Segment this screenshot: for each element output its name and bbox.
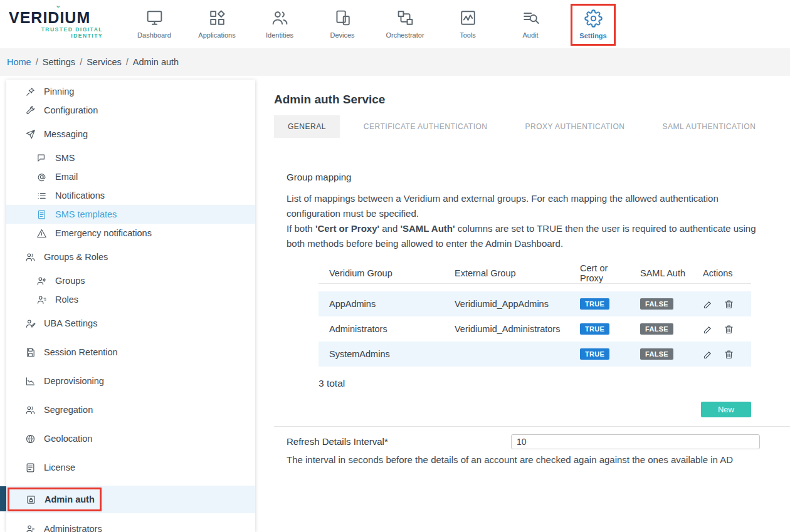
column-header-label: Cert or Proxy <box>580 263 626 283</box>
tab-proxy-authentication[interactable]: PROXY AUTHENTICATION <box>512 115 639 138</box>
breadcrumb-services[interactable]: Services <box>87 57 122 67</box>
sidebar-item-uba-settings[interactable]: UBA Settings <box>6 314 255 333</box>
nav-item-devices[interactable]: Devices <box>311 3 374 39</box>
sidebar-item-emergency-notifications[interactable]: Emergency notifications <box>6 224 255 243</box>
settings-gear-icon <box>584 9 603 28</box>
sidebar-item-label: License <box>44 462 75 472</box>
delete-trash-icon[interactable] <box>724 324 734 335</box>
status-badge-false: FALSE <box>640 298 673 310</box>
uba-person-icon <box>25 318 36 329</box>
cell-external-group: Veridiumid_AppAdmins <box>444 299 569 309</box>
sidebar-item-messaging[interactable]: Messaging <box>6 125 255 143</box>
nav-item-applications[interactable]: Applications <box>186 3 248 39</box>
sidebar-item-label: Segregation <box>44 405 93 415</box>
selected-item-indicator <box>0 486 6 511</box>
edit-pencil-icon[interactable] <box>703 299 714 310</box>
column-header-actions: Actions <box>692 268 751 278</box>
status-badge-true: TRUE <box>580 323 609 335</box>
sidebar-item-groups-roles[interactable]: Groups & Roles <box>6 248 255 266</box>
veridium-logo: VERIDIUM ˇ TRUSTED DIGITAL IDENTITY <box>9 9 103 39</box>
nav-label: Tools <box>460 31 476 39</box>
refresh-interval-row: Refresh Details Interval* <box>274 427 790 449</box>
nav-item-identities[interactable]: Identities <box>248 3 311 39</box>
logo-wordmark: VERIDIUM <box>9 9 103 26</box>
sidebar-item-label: Emergency notifications <box>55 228 152 238</box>
nav-label: Audit <box>522 31 538 39</box>
table-row: Administrators Veridiumid_Administrators… <box>319 316 751 342</box>
status-badge-false: FALSE <box>640 348 673 360</box>
dashboard-icon <box>145 9 164 27</box>
group-mapping-description-2: If both 'Cert or Proxy' and 'SAML Auth' … <box>287 221 757 251</box>
column-header-label: SAML Auth <box>640 268 685 278</box>
top-bar: VERIDIUM ˇ TRUSTED DIGITAL IDENTITY Dash… <box>0 0 790 48</box>
edit-pencil-icon[interactable] <box>703 324 714 335</box>
tab-certificate-authentication[interactable]: CERTIFICATE AUTHENTICATION <box>350 115 502 138</box>
table-body: AppAdmins Veridiumid_AppAdmins TRUE FALS… <box>319 291 751 367</box>
breadcrumb-separator: / <box>126 57 129 67</box>
sidebar-item-roles[interactable]: Roles <box>6 290 255 309</box>
tab-saml-authentication[interactable]: SAML AUTHENTICATION <box>648 115 769 138</box>
tools-icon <box>459 9 477 27</box>
orchestrator-icon <box>396 9 414 27</box>
nav-label: Applications <box>198 31 235 39</box>
sidebar-item-license[interactable]: License <box>6 458 255 477</box>
sidebar-item-geolocation[interactable]: Geolocation <box>6 429 255 448</box>
sidebar-item-label: Geolocation <box>44 434 92 444</box>
delete-trash-icon[interactable] <box>724 349 734 360</box>
sidebar-item-notifications[interactable]: Notifications <box>6 186 255 205</box>
nav-item-audit[interactable]: Audit <box>499 3 562 39</box>
column-header-external-group[interactable]: External Group <box>444 268 569 278</box>
devices-icon <box>334 9 352 27</box>
nav-item-settings[interactable]: Settings <box>571 4 616 46</box>
cell-veridium-group: AppAdmins <box>319 299 444 309</box>
identities-icon <box>271 9 289 27</box>
column-header-label: Actions <box>703 268 733 278</box>
at-sign-icon <box>36 172 47 182</box>
column-header-saml-auth[interactable]: SAML Auth <box>629 268 692 278</box>
sidebar-item-label: Pinning <box>44 86 74 96</box>
sidebar-item-groups[interactable]: Groups <box>6 271 255 290</box>
group-mapping-table: Veridium Group External Group Cert or Pr… <box>319 263 751 417</box>
annotation-box-admin-auth: Admin auth <box>8 488 102 511</box>
description-bold-saml-auth: 'SAML Auth' <box>400 223 455 234</box>
pin-icon <box>25 86 36 97</box>
nav-item-tools[interactable]: Tools <box>436 3 499 39</box>
nav-label: Settings <box>579 32 606 39</box>
sidebar-item-segregation[interactable]: Segregation <box>6 400 255 419</box>
breadcrumb-settings[interactable]: Settings <box>43 57 75 67</box>
sidebar-item-label: Session Retention <box>44 347 118 357</box>
sidebar-item-email[interactable]: Email <box>6 167 255 186</box>
breadcrumb-home[interactable]: Home <box>7 57 31 67</box>
sidebar-item-label: Administrators <box>44 524 102 532</box>
tab-general[interactable]: GENERAL <box>274 115 340 138</box>
segregation-users-icon <box>25 405 36 415</box>
sidebar-item-sms-templates[interactable]: SMS templates <box>6 205 255 224</box>
sidebar-item-administrators[interactable]: Administrators <box>6 519 255 532</box>
sidebar-item-pinning[interactable]: Pinning <box>6 82 255 101</box>
sidebar-item-session-retention[interactable]: Session Retention <box>6 343 255 362</box>
applications-icon <box>208 9 226 27</box>
column-header-label: External Group <box>455 268 516 278</box>
nav-label: Devices <box>330 31 354 39</box>
edit-pencil-icon[interactable] <box>703 349 714 360</box>
sidebar-item-admin-auth[interactable]: Admin auth <box>6 486 255 513</box>
refresh-interval-label: Refresh Details Interval* <box>287 434 388 447</box>
sidebar-item-label: Groups <box>55 276 85 286</box>
main-panel: Admin auth Service GENERAL CERTIFICATE A… <box>274 80 790 532</box>
nav-item-orchestrator[interactable]: Orchestrator <box>374 3 436 39</box>
new-mapping-button[interactable]: New <box>701 402 751 417</box>
sidebar-item-deprovisioning[interactable]: Deprovisioning <box>6 372 255 390</box>
column-header-cert-or-proxy[interactable]: Cert or Proxy <box>569 263 629 283</box>
globe-icon <box>25 434 36 444</box>
delete-trash-icon[interactable] <box>724 299 734 310</box>
column-header-veridium-group[interactable]: Veridium Group <box>319 268 444 278</box>
refresh-interval-input[interactable] <box>511 434 760 449</box>
sidebar-item-sms[interactable]: SMS <box>6 149 255 167</box>
tab-saml-keystore[interactable]: SAML KE <box>779 115 790 138</box>
sidebar-item-label: SMS templates <box>55 209 117 219</box>
nav-item-dashboard[interactable]: Dashboard <box>123 3 186 39</box>
audit-icon <box>522 9 540 27</box>
wrench-icon <box>25 105 36 116</box>
breadcrumb-separator: / <box>80 57 82 67</box>
sidebar-item-configuration[interactable]: Configuration <box>6 101 255 120</box>
